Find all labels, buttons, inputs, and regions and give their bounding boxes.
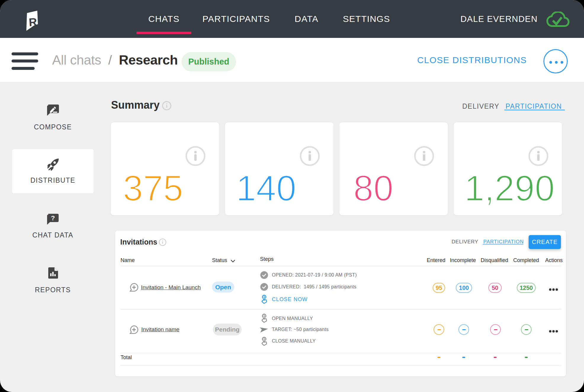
svg-text:R: R bbox=[28, 16, 37, 29]
svg-text:?: ? bbox=[51, 214, 55, 222]
